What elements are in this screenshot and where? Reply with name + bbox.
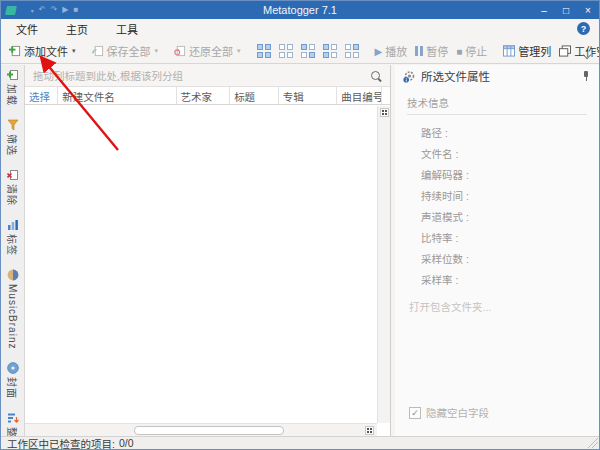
window-title: Metatogger 7.1 xyxy=(1,4,599,16)
cover-icon xyxy=(7,362,19,374)
manage-columns-icon xyxy=(503,45,515,57)
scrollbar-menu-button[interactable] xyxy=(380,108,389,117)
field-sample-bits: 采样位数 : xyxy=(421,251,599,266)
open-containing-folder-link[interactable]: 打开包含文件夹... xyxy=(409,299,599,314)
properties-panel-title: 所选文件属性 xyxy=(421,68,490,84)
save-all-caret-icon: ▾ xyxy=(155,47,159,55)
workspace-icon xyxy=(559,45,571,57)
sidebar-item-tag[interactable]: 标签 xyxy=(5,219,20,256)
stop-icon: ■ xyxy=(456,46,462,57)
pause-button[interactable]: 暂停 xyxy=(411,41,452,61)
sidebar-item-label: MusicBrainz xyxy=(7,284,18,349)
play-button[interactable]: ▶ 播放 xyxy=(371,41,412,61)
field-bitrate: 比特率 : xyxy=(421,230,599,245)
left-panel-bar: 加载 筛选 清除 标签 xyxy=(1,65,25,436)
status-label: 工作区中已检查的项目: xyxy=(7,436,115,450)
sidebar-item-label: 标签 xyxy=(5,234,20,256)
restore-all-button[interactable]: 还原全部 ▾ xyxy=(170,41,245,61)
search-icon[interactable] xyxy=(370,70,382,82)
add-files-label: 添加文件 xyxy=(24,43,68,59)
group-by-hint: 拖动列标题到此处,根据该列分组 xyxy=(33,68,183,83)
column-header-title[interactable]: 标题 xyxy=(230,87,279,104)
filter-icon xyxy=(7,119,19,131)
file-list-body[interactable] xyxy=(25,106,377,423)
field-path: 路径 : xyxy=(421,125,599,140)
scrollbar-menu-icon xyxy=(367,428,372,433)
vertical-scrollbar[interactable] xyxy=(377,106,390,423)
horizontal-scrollbar-button[interactable] xyxy=(365,426,374,435)
sidebar-item-filter[interactable]: 筛选 xyxy=(5,119,20,156)
field-duration: 持续时间 : xyxy=(421,188,599,203)
check-selected-icon[interactable] xyxy=(323,44,337,58)
technical-info-fields: 路径 : 文件名 : 编解码器 : 持续时间 : 声道模式 : 比特率 : 采样… xyxy=(421,125,599,287)
play-icon: ▶ xyxy=(375,46,383,57)
invert-check-icon[interactable] xyxy=(301,44,315,58)
group-by-bar[interactable]: 拖动列标题到此处,根据该列分组 xyxy=(25,65,390,87)
qat-save-caret-icon[interactable]: ▾ xyxy=(31,7,34,14)
qat-play-icon[interactable]: ▶ xyxy=(62,1,68,19)
resize-grip[interactable] xyxy=(588,438,598,448)
status-bar: 工作区中已检查的项目: 0/0 xyxy=(1,436,599,449)
workspace-button[interactable]: 工作空间 ▾ xyxy=(555,41,600,61)
restore-all-label: 还原全部 xyxy=(189,43,233,59)
stop-label: 停止 xyxy=(465,43,487,59)
add-file-icon xyxy=(9,45,21,57)
close-button[interactable]: × xyxy=(577,1,599,19)
status-value: 0/0 xyxy=(119,437,134,449)
properties-gear-icon xyxy=(403,70,416,83)
field-codec: 编解码器 : xyxy=(421,167,599,182)
uncheck-selected-icon[interactable] xyxy=(345,44,359,58)
column-header-track-number[interactable]: 曲目编号 xyxy=(337,87,382,104)
sidebar-item-label: 筛选 xyxy=(5,134,20,156)
pin-icon[interactable] xyxy=(581,70,591,82)
hide-empty-fields-checkbox[interactable]: ✓ xyxy=(409,407,421,419)
pause-label: 暂停 xyxy=(426,43,448,59)
load-icon xyxy=(7,69,19,81)
column-header-row: 选择 新建文件名 艺术家 标题 专辑 曲目编号 xyxy=(25,87,390,105)
sidebar-item-label: 封面 xyxy=(5,377,20,399)
maximize-button[interactable]: □ xyxy=(555,1,577,19)
tab-tools[interactable]: 工具 xyxy=(115,19,139,39)
hide-empty-fields-row: ✓ 隐藏空白字段 xyxy=(409,405,489,420)
column-header-artist[interactable]: 艺术家 xyxy=(177,87,231,104)
ribbon-toolbar: 添加文件 ▾ 保存全部 ▾ 还原全部 ▾ xyxy=(1,39,599,64)
add-files-caret-icon: ▾ xyxy=(72,47,76,55)
app-logo-icon[interactable] xyxy=(5,6,17,15)
column-header-select[interactable]: 选择 xyxy=(25,87,58,104)
scrollbar-menu-icon xyxy=(382,110,387,115)
title-bar: ■ ▾ ↶ ↷ ▶ ■ Metatogger 7.1 – □ × xyxy=(1,1,599,19)
add-files-button[interactable]: 添加文件 ▾ xyxy=(5,41,80,61)
uncheck-all-icon[interactable] xyxy=(279,44,293,58)
manage-columns-button[interactable]: 管理列 xyxy=(499,41,555,61)
help-icon[interactable]: ? xyxy=(577,22,590,35)
sidebar-item-load[interactable]: 加载 xyxy=(5,69,20,106)
check-all-icon[interactable] xyxy=(257,44,271,58)
collapse-ribbon-icon[interactable] xyxy=(583,51,591,59)
qat-stop-icon[interactable]: ■ xyxy=(73,1,78,19)
save-all-button[interactable]: 保存全部 ▾ xyxy=(88,41,163,61)
stop-button[interactable]: ■ 停止 xyxy=(452,41,491,61)
save-all-icon xyxy=(92,45,104,57)
minimize-button[interactable]: – xyxy=(533,1,555,19)
window-controls: – □ × xyxy=(533,1,599,19)
horizontal-scrollbar[interactable] xyxy=(25,423,377,436)
properties-panel-header: 所选文件属性 xyxy=(395,65,599,87)
column-header-album[interactable]: 专辑 xyxy=(279,87,337,104)
musicbrainz-icon xyxy=(7,269,19,281)
field-channel-mode: 声道模式 : xyxy=(421,209,599,224)
tab-file[interactable]: 文件 xyxy=(15,19,39,39)
column-header-new-filename[interactable]: 新建文件名 xyxy=(58,87,176,104)
play-label: 播放 xyxy=(385,43,407,59)
ribbon-tab-bar: 文件 主页 工具 ? xyxy=(1,19,599,39)
field-filename: 文件名 : xyxy=(421,146,599,161)
tab-home[interactable]: 主页 xyxy=(65,19,89,39)
technical-info-section-title: 技术信息 xyxy=(407,95,587,115)
sidebar-item-covers[interactable]: 封面 xyxy=(5,362,20,399)
qat-redo-icon[interactable]: ↷ xyxy=(51,1,58,19)
qat-undo-icon[interactable]: ↶ xyxy=(39,1,46,19)
horizontal-scrollbar-thumb[interactable] xyxy=(134,426,284,435)
file-list-area: 拖动列标题到此处,根据该列分组 选择 新建文件名 艺术家 标题 专辑 曲目编号 xyxy=(25,65,391,436)
sidebar-item-clean[interactable]: 清除 xyxy=(5,169,20,206)
save-all-label: 保存全部 xyxy=(107,43,151,59)
sidebar-item-musicbrainz[interactable]: MusicBrainz xyxy=(7,269,19,349)
